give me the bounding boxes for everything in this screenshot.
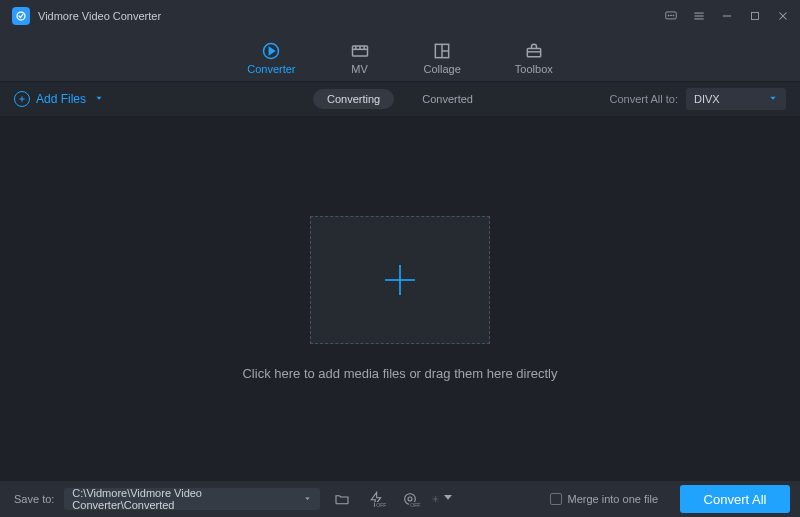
- main-area: Click here to add media files or drag th…: [0, 116, 800, 481]
- off-badge: OFF: [375, 502, 387, 508]
- format-selected-value: DIVX: [694, 93, 720, 105]
- app-logo-icon: [12, 7, 30, 25]
- feedback-icon[interactable]: [664, 9, 678, 23]
- titlebar: Vidmore Video Converter: [0, 0, 800, 32]
- svg-marker-13: [270, 47, 275, 54]
- svg-marker-26: [97, 97, 102, 100]
- svg-point-3: [671, 15, 672, 16]
- save-path-select[interactable]: C:\Vidmore\Vidmore Video Converter\Conve…: [64, 488, 320, 510]
- svg-marker-35: [444, 495, 452, 500]
- status-segment: Converting Converted: [313, 89, 487, 109]
- app-title: Vidmore Video Converter: [38, 10, 161, 22]
- merge-label: Merge into one file: [568, 493, 659, 505]
- tab-toolbox-label: Toolbox: [515, 63, 553, 75]
- svg-rect-9: [752, 13, 759, 20]
- merge-checkbox[interactable]: Merge into one file: [550, 493, 659, 505]
- svg-point-34: [435, 498, 437, 500]
- subbar: Add Files Converting Converted Convert A…: [0, 82, 800, 116]
- bottombar: Save to: C:\Vidmore\Vidmore Video Conver…: [0, 481, 800, 517]
- high-speed-button[interactable]: OFF: [398, 488, 422, 510]
- menu-icon[interactable]: [692, 9, 706, 23]
- tab-converter-label: Converter: [247, 63, 295, 75]
- segment-converted[interactable]: Converted: [408, 89, 487, 109]
- drop-hint: Click here to add media files or drag th…: [242, 366, 557, 381]
- format-select[interactable]: DIVX: [686, 88, 786, 110]
- tab-collage-label: Collage: [424, 63, 461, 75]
- minimize-button[interactable]: [720, 9, 734, 23]
- save-path-value: C:\Vidmore\Vidmore Video Converter\Conve…: [72, 487, 303, 511]
- add-files-label: Add Files: [36, 92, 86, 106]
- titlebar-left: Vidmore Video Converter: [12, 7, 161, 25]
- mv-icon: [350, 41, 370, 61]
- tab-converter[interactable]: Converter: [247, 39, 295, 75]
- svg-marker-30: [306, 497, 311, 500]
- tab-mv[interactable]: MV: [350, 39, 370, 75]
- save-to-label: Save to:: [14, 493, 54, 505]
- convert-all-to-label: Convert All to:: [610, 93, 678, 105]
- add-files-button[interactable]: Add Files: [14, 91, 104, 107]
- converter-icon: [261, 41, 281, 61]
- segment-converting[interactable]: Converting: [313, 89, 394, 109]
- checkbox-icon: [550, 493, 562, 505]
- plus-circle-icon: [14, 91, 30, 107]
- chevron-down-icon: [768, 93, 778, 105]
- open-folder-button[interactable]: [330, 488, 354, 510]
- hardware-accel-button[interactable]: OFF: [364, 488, 388, 510]
- tab-toolbox[interactable]: Toolbox: [515, 39, 553, 75]
- tab-mv-label: MV: [351, 63, 368, 75]
- svg-marker-27: [771, 97, 776, 100]
- convert-all-button[interactable]: Convert All: [680, 485, 790, 513]
- chevron-down-icon: [440, 489, 456, 509]
- svg-point-4: [673, 15, 674, 16]
- convert-all-to: Convert All to: DIVX: [610, 88, 786, 110]
- titlebar-right: [664, 9, 790, 23]
- toolbox-icon: [524, 41, 544, 61]
- dropzone[interactable]: [310, 216, 490, 344]
- close-button[interactable]: [776, 9, 790, 23]
- svg-rect-22: [527, 48, 540, 56]
- off-badge: OFF: [409, 502, 421, 508]
- chevron-down-icon: [94, 92, 104, 106]
- svg-point-2: [668, 15, 669, 16]
- maximize-button[interactable]: [748, 9, 762, 23]
- top-tabs: Converter MV Collage Toolbox: [0, 32, 800, 82]
- chevron-down-icon: [303, 493, 312, 505]
- collage-icon: [432, 41, 452, 61]
- tab-collage[interactable]: Collage: [424, 39, 461, 75]
- settings-button[interactable]: [432, 488, 456, 510]
- svg-point-33: [408, 497, 412, 501]
